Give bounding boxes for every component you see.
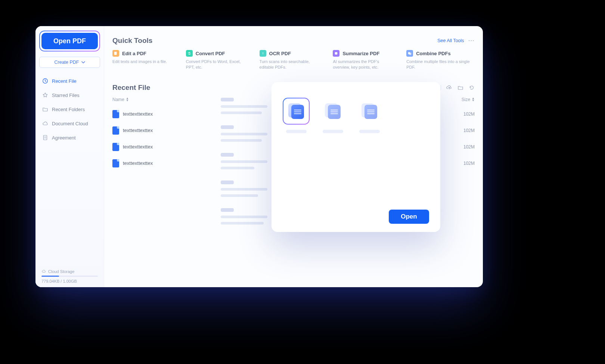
sidebar-item-label: Agreement [52,135,76,141]
tool-desc: AI summarizes the PDF's overview, key po… [333,59,396,70]
tool-desc: Edit texts and images in a file. [112,59,176,65]
tool-title: Summarize PDF [342,51,379,56]
tool-title: Convert PDF [196,51,225,56]
ocr-pdf-icon: T [260,50,266,57]
file-size: 102M [449,112,475,117]
refresh-icon[interactable] [469,85,475,91]
cloud-storage-panel: Cloud Storage 779.04KB / 1.00GB [35,267,104,283]
main-area: Quick Tools See All Tools ··· Edit a PDF… [104,26,483,287]
tool-convert-pdf[interactable]: Convert PDF Convert PDFs to Word, Excel,… [186,50,254,70]
file-size: 102M [449,128,475,133]
chevron-down-icon [81,60,85,64]
sidebar-item-agreement[interactable]: Agreement [35,131,104,145]
tool-summarize-pdf[interactable]: Summarize PDF AI summarizes the PDF's ov… [333,50,401,70]
create-pdf-label: Create PDF [55,60,79,65]
file-size: 102M [449,161,475,166]
sort-icon: ▲▼ [472,97,475,101]
clock-icon [42,78,48,84]
svg-rect-1 [44,135,47,140]
open-pdf-highlight: Open PDF [39,31,100,51]
more-icon[interactable]: ··· [469,38,475,43]
sidebar-item-label: Recent File [52,78,77,84]
tool-title: Edit a PDF [122,51,146,56]
sidebar-item-recent-folders[interactable]: Recent Folders [35,102,104,116]
quick-tools-row: Edit a PDF Edit texts and images in a fi… [112,50,475,70]
file-thumb [319,98,346,125]
pdf-file-icon [112,159,119,167]
file-thumb [356,98,383,125]
sidebar-item-recent-file[interactable]: Recent File [35,74,104,88]
sidebar-item-document-cloud[interactable]: Document Cloud [35,116,104,131]
sidebar-item-label: Starred Files [52,92,80,98]
page-title: Quick Tools [112,37,152,45]
tool-combine-pdfs[interactable]: Combine PDFs Combine multiple files into… [406,50,475,70]
pdf-file-icon [112,110,119,118]
tool-title: OCR PDF [269,51,291,56]
svg-rect-6 [409,53,411,55]
dialog-thumb-item[interactable] [356,98,383,133]
cloud-icon [41,269,46,274]
recent-heading: Recent File [112,84,150,92]
file-thumb-selected [283,98,310,125]
star-icon [42,92,48,98]
app-window: Open PDF Create PDF Recent File Starred … [35,26,483,287]
storage-progress [41,276,98,277]
create-pdf-button[interactable]: Create PDF [39,57,100,68]
tool-desc: Turn scans into searchable, editable PDF… [260,59,323,70]
tool-desc: Convert PDFs to Word, Excel, PPT, etc. [186,59,249,70]
open-pdf-button[interactable]: Open PDF [41,33,98,49]
dialog-thumbnails [283,98,429,133]
tool-edit-pdf[interactable]: Edit a PDF Edit texts and images in a fi… [112,50,181,70]
sidebar-item-label: Recent Folders [52,107,85,112]
loading-skeleton [221,98,272,225]
see-all-tools-link[interactable]: See All Tools [437,38,464,43]
dialog-thumb-item[interactable] [319,98,346,133]
svg-text:T: T [262,52,264,55]
pdf-file-icon [112,143,119,151]
cloud-storage-label: Cloud Storage [48,269,74,274]
thumb-label-placeholder [359,130,380,133]
sort-icon: ▲▼ [126,97,129,101]
svg-rect-4 [335,52,338,55]
cloud-icon [42,120,48,126]
quick-tools-header: Quick Tools See All Tools ··· [112,37,475,45]
pdf-file-icon [112,126,119,135]
upload-icon[interactable] [446,85,452,91]
column-size[interactable]: Size ▲▼ [449,97,475,102]
combine-pdfs-icon [406,50,413,57]
dialog-thumb-item[interactable] [283,98,310,133]
folder-icon [42,106,48,112]
svg-rect-2 [114,52,117,55]
thumb-label-placeholder [286,130,307,133]
document-icon [42,135,48,141]
dialog-open-button[interactable]: Open [389,210,429,224]
tool-title: Combine PDFs [416,51,450,56]
sidebar-item-label: Document Cloud [52,121,88,126]
edit-pdf-icon [112,50,119,57]
open-folder-icon[interactable] [457,85,463,91]
sidebar-item-starred-files[interactable]: Starred Files [35,88,104,102]
tool-desc: Combine multiple files into a single PDF… [406,59,470,70]
storage-usage-text: 779.04KB / 1.00GB [41,279,98,283]
thumb-label-placeholder [323,130,343,133]
sidebar: Open PDF Create PDF Recent File Starred … [35,26,104,287]
summarize-pdf-icon [333,50,339,57]
sidebar-nav: Recent File Starred Files Recent Folders… [35,74,104,145]
tool-ocr-pdf[interactable]: T OCR PDF Turn scans into searchable, ed… [260,50,328,70]
open-file-dialog: Open [272,82,440,232]
file-size: 102M [449,144,475,150]
convert-pdf-icon [186,50,193,57]
